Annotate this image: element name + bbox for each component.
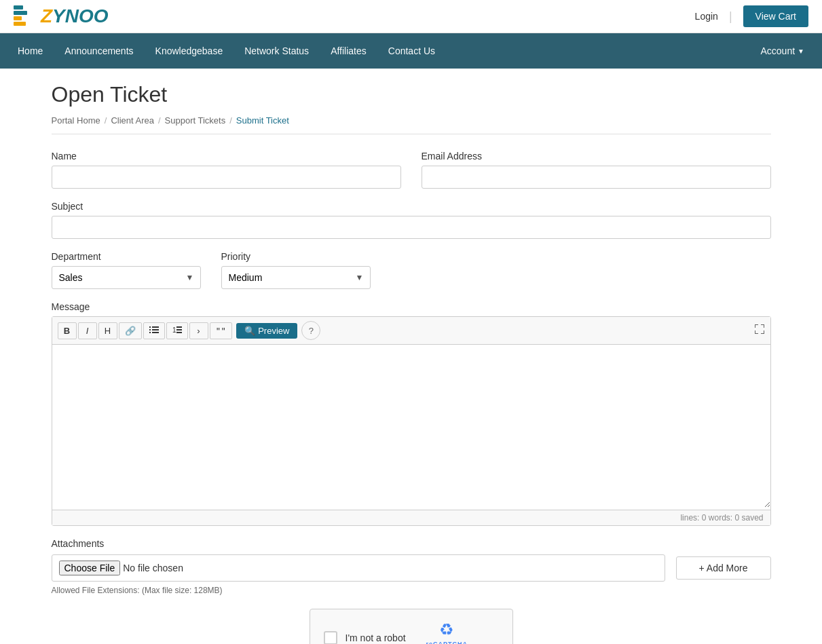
breadcrumb: Portal Home / Client Area / Support Tick… — [52, 115, 771, 134]
email-group: Email Address — [422, 151, 771, 189]
nav-network-status[interactable]: Network Status — [233, 33, 320, 69]
svg-rect-5 — [152, 326, 159, 328]
recaptcha-container: I'm not a robot ♻ reCAPTCHA Privacy - Te… — [52, 609, 771, 644]
nav-home[interactable]: Home — [7, 33, 54, 69]
subject-label: Subject — [52, 201, 771, 212]
svg-rect-2 — [14, 16, 22, 20]
nav-contact-us[interactable]: Contact Us — [377, 33, 446, 69]
file-note: Allowed File Extensions: (Max file size:… — [52, 586, 771, 595]
priority-select-wrapper: Low Medium High ▼ — [221, 266, 371, 289]
nav-affiliates[interactable]: Affiliates — [320, 33, 377, 69]
breadcrumb-support-tickets[interactable]: Support Tickets — [165, 115, 226, 126]
svg-rect-1 — [14, 11, 27, 15]
recaptcha-checkbox-area: I'm not a robot — [324, 631, 406, 645]
top-header: ZYNOO Login | View Cart — [0, 0, 822, 33]
svg-rect-6 — [149, 329, 151, 330]
breadcrumb-sep-2: / — [158, 115, 161, 126]
svg-rect-9 — [152, 332, 159, 333]
add-more-button[interactable]: + Add More — [676, 556, 771, 580]
priority-label: Priority — [221, 251, 371, 262]
email-input[interactable] — [422, 166, 771, 189]
logo-z: Z — [41, 5, 52, 27]
page-content: Open Ticket Portal Home / Client Area / … — [38, 69, 785, 644]
logo[interactable]: ZYNOO — [14, 5, 109, 27]
ordered-list-button[interactable]: 1. — [166, 322, 188, 339]
message-label: Message — [52, 301, 771, 312]
breadcrumb-portal-home[interactable]: Portal Home — [52, 115, 100, 126]
svg-rect-3 — [14, 22, 26, 26]
editor-toolbar: B I H 🔗 1. — [52, 317, 770, 345]
unordered-list-icon — [149, 326, 159, 334]
department-label: Department — [52, 251, 201, 262]
department-group: Department Sales Support Billing Technic… — [52, 251, 201, 289]
svg-rect-13 — [176, 332, 182, 333]
main-nav: Home Announcements Knowledgebase Network… — [0, 33, 822, 69]
nav-announcements[interactable]: Announcements — [54, 33, 144, 69]
recaptcha-label: I'm not a robot — [345, 632, 406, 643]
email-label: Email Address — [422, 151, 771, 162]
recaptcha-box: I'm not a robot ♻ reCAPTCHA Privacy - Te… — [310, 609, 513, 644]
svg-rect-0 — [14, 5, 23, 10]
name-input[interactable] — [52, 166, 401, 189]
svg-rect-8 — [149, 332, 151, 333]
blockquote-button[interactable]: › — [189, 322, 208, 339]
priority-select[interactable]: Low Medium High — [221, 266, 371, 289]
svg-rect-12 — [176, 329, 182, 330]
logo-rest: YNOO — [52, 5, 108, 27]
svg-rect-4 — [149, 326, 151, 328]
expand-button[interactable] — [754, 324, 765, 337]
breadcrumb-sep-1: / — [105, 115, 107, 126]
header-right: Login | View Cart — [695, 5, 808, 27]
attachments-label: Attachments — [52, 538, 771, 549]
priority-group: Priority Low Medium High ▼ — [221, 251, 371, 289]
preview-search-icon: 🔍 — [244, 326, 255, 336]
department-select[interactable]: Sales Support Billing Technical — [52, 266, 201, 289]
bold-button[interactable]: B — [58, 322, 77, 339]
account-label: Account — [761, 45, 796, 56]
attachments-section: Attachments + Add More Allowed File Exte… — [52, 538, 771, 595]
editor-status: lines: 0 words: 0 saved — [52, 510, 770, 525]
recaptcha-brand: reCAPTCHA — [426, 641, 468, 644]
recaptcha-logo-icon: ♻ — [439, 620, 454, 639]
account-dropdown[interactable]: Account ▼ — [750, 33, 816, 69]
heading-button[interactable]: H — [98, 322, 117, 339]
message-editor: B I H 🔗 1. — [52, 316, 771, 526]
message-textarea[interactable] — [52, 345, 770, 508]
department-select-wrapper: Sales Support Billing Technical ▼ — [52, 266, 201, 289]
italic-button[interactable]: I — [78, 322, 97, 339]
nav-knowledgebase[interactable]: Knowledgebase — [145, 33, 234, 69]
svg-rect-7 — [152, 329, 159, 330]
dept-priority-row: Department Sales Support Billing Technic… — [52, 251, 771, 289]
name-group: Name — [52, 151, 401, 189]
recaptcha-logo-area: ♻ reCAPTCHA Privacy - Terms — [426, 620, 468, 644]
page-title: Open Ticket — [52, 82, 771, 107]
name-email-row: Name Email Address — [52, 151, 771, 189]
link-button[interactable]: 🔗 — [119, 322, 142, 339]
login-link[interactable]: Login — [695, 11, 718, 22]
code-button[interactable]: "" — [210, 322, 233, 339]
logo-icon — [14, 5, 38, 27]
svg-rect-11 — [176, 326, 182, 328]
file-input-wrapper — [52, 554, 665, 582]
unordered-list-button[interactable] — [143, 322, 165, 339]
name-label: Name — [52, 151, 401, 162]
help-button[interactable]: ? — [301, 321, 320, 340]
recaptcha-checkbox[interactable] — [324, 631, 337, 645]
header-divider: | — [729, 10, 732, 24]
breadcrumb-client-area[interactable]: Client Area — [111, 115, 154, 126]
breadcrumb-current: Submit Ticket — [236, 115, 289, 126]
attachments-row: + Add More — [52, 554, 771, 582]
account-caret-icon: ▼ — [798, 48, 804, 55]
subject-input[interactable] — [52, 216, 771, 239]
message-section: Message B I H 🔗 — [52, 301, 771, 526]
breadcrumb-sep-3: / — [229, 115, 232, 126]
expand-icon — [754, 324, 765, 335]
file-input[interactable] — [52, 555, 665, 581]
ordered-list-icon: 1. — [172, 326, 182, 334]
preview-button[interactable]: 🔍 Preview — [236, 323, 297, 339]
preview-label: Preview — [258, 326, 289, 336]
view-cart-button[interactable]: View Cart — [743, 5, 808, 27]
subject-group: Subject — [52, 201, 771, 239]
